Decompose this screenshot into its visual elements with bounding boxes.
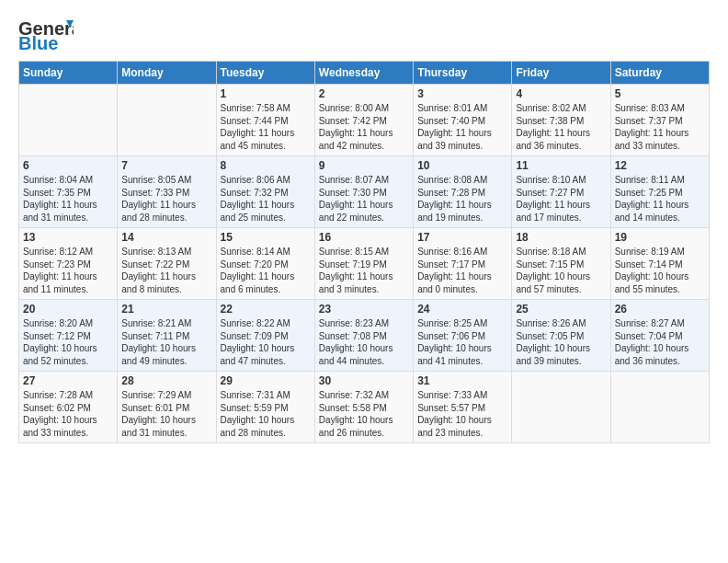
cell-info: Sunrise: 8:22 AMSunset: 7:09 PMDaylight:… (221, 317, 311, 367)
cell-info: Sunrise: 7:29 AMSunset: 6:01 PMDaylight:… (121, 389, 211, 439)
calendar-cell: 16Sunrise: 8:15 AMSunset: 7:19 PMDayligh… (314, 228, 413, 300)
logo-icon: General Blue (18, 15, 74, 50)
calendar-cell: 22Sunrise: 8:22 AMSunset: 7:09 PMDayligh… (216, 300, 314, 372)
calendar-cell: 11Sunrise: 8:10 AMSunset: 7:27 PMDayligh… (512, 156, 610, 228)
cell-info: Sunrise: 8:13 AMSunset: 7:22 PMDaylight:… (121, 246, 211, 295)
calendar-cell (118, 85, 216, 156)
cell-info: Sunrise: 8:15 AMSunset: 7:19 PMDaylight:… (319, 246, 409, 295)
cell-info: Sunrise: 8:20 AMSunset: 7:12 PMDaylight:… (23, 317, 113, 367)
day-number: 14 (121, 231, 211, 244)
calendar-cell (512, 372, 610, 443)
calendar-cell: 23Sunrise: 8:23 AMSunset: 7:08 PMDayligh… (314, 300, 413, 372)
cell-info: Sunrise: 8:03 AMSunset: 7:37 PMDaylight:… (615, 102, 705, 152)
day-number: 10 (417, 159, 507, 172)
cell-info: Sunrise: 8:23 AMSunset: 7:08 PMDaylight:… (319, 317, 409, 367)
calendar-cell: 13Sunrise: 8:12 AMSunset: 7:23 PMDayligh… (19, 228, 118, 300)
day-number: 11 (516, 159, 606, 172)
day-number: 27 (23, 374, 113, 387)
weekday-header-sunday: Sunday (19, 62, 118, 85)
day-number: 22 (221, 303, 311, 316)
calendar-cell: 21Sunrise: 8:21 AMSunset: 7:11 PMDayligh… (118, 300, 216, 372)
week-row-4: 20Sunrise: 8:20 AMSunset: 7:12 PMDayligh… (19, 300, 710, 372)
cell-info: Sunrise: 8:25 AMSunset: 7:06 PMDaylight:… (417, 317, 507, 367)
calendar-cell: 8Sunrise: 8:06 AMSunset: 7:32 PMDaylight… (216, 156, 314, 228)
calendar-cell: 26Sunrise: 8:27 AMSunset: 7:04 PMDayligh… (610, 300, 709, 372)
week-row-3: 13Sunrise: 8:12 AMSunset: 7:23 PMDayligh… (19, 228, 710, 300)
weekday-header-monday: Monday (118, 62, 216, 85)
cell-info: Sunrise: 8:11 AMSunset: 7:25 PMDaylight:… (615, 174, 705, 224)
calendar-cell: 2Sunrise: 8:00 AMSunset: 7:42 PMDaylight… (314, 85, 413, 156)
cell-info: Sunrise: 8:06 AMSunset: 7:32 PMDaylight:… (221, 174, 311, 224)
calendar-cell (19, 85, 118, 156)
day-number: 5 (615, 87, 705, 100)
day-number: 19 (615, 231, 705, 244)
day-number: 26 (615, 303, 705, 316)
calendar-cell: 30Sunrise: 7:32 AMSunset: 5:58 PMDayligh… (314, 372, 413, 443)
calendar-cell: 18Sunrise: 8:18 AMSunset: 7:15 PMDayligh… (512, 228, 610, 300)
cell-info: Sunrise: 7:58 AMSunset: 7:44 PMDaylight:… (221, 102, 311, 152)
cell-info: Sunrise: 8:12 AMSunset: 7:23 PMDaylight:… (23, 246, 113, 295)
week-row-1: 1Sunrise: 7:58 AMSunset: 7:44 PMDaylight… (19, 85, 710, 156)
day-number: 9 (319, 159, 409, 172)
cell-info: Sunrise: 8:04 AMSunset: 7:35 PMDaylight:… (23, 174, 113, 224)
calendar-cell: 20Sunrise: 8:20 AMSunset: 7:12 PMDayligh… (19, 300, 118, 372)
cell-info: Sunrise: 7:31 AMSunset: 5:59 PMDaylight:… (221, 389, 311, 439)
day-number: 6 (23, 159, 113, 172)
weekday-header-thursday: Thursday (414, 62, 512, 85)
week-row-2: 6Sunrise: 8:04 AMSunset: 7:35 PMDaylight… (19, 156, 710, 228)
calendar-cell: 1Sunrise: 7:58 AMSunset: 7:44 PMDaylight… (216, 85, 314, 156)
calendar-cell: 27Sunrise: 7:28 AMSunset: 6:02 PMDayligh… (19, 372, 118, 443)
week-row-5: 27Sunrise: 7:28 AMSunset: 6:02 PMDayligh… (19, 372, 710, 443)
calendar-cell: 17Sunrise: 8:16 AMSunset: 7:17 PMDayligh… (414, 228, 512, 300)
calendar-cell: 12Sunrise: 8:11 AMSunset: 7:25 PMDayligh… (610, 156, 709, 228)
weekday-header-wednesday: Wednesday (314, 62, 413, 85)
cell-info: Sunrise: 7:33 AMSunset: 5:57 PMDaylight:… (417, 389, 507, 439)
header: General Blue (18, 15, 710, 50)
weekday-header-tuesday: Tuesday (216, 62, 314, 85)
day-number: 24 (417, 303, 507, 316)
calendar-cell: 3Sunrise: 8:01 AMSunset: 7:40 PMDaylight… (414, 85, 512, 156)
cell-info: Sunrise: 8:05 AMSunset: 7:33 PMDaylight:… (121, 174, 211, 224)
calendar-cell: 10Sunrise: 8:08 AMSunset: 7:28 PMDayligh… (414, 156, 512, 228)
day-number: 29 (221, 374, 311, 387)
day-number: 30 (319, 374, 409, 387)
day-number: 23 (319, 303, 409, 316)
day-number: 13 (23, 231, 113, 244)
calendar-cell: 15Sunrise: 8:14 AMSunset: 7:20 PMDayligh… (216, 228, 314, 300)
calendar-cell: 5Sunrise: 8:03 AMSunset: 7:37 PMDaylight… (610, 85, 709, 156)
cell-info: Sunrise: 7:28 AMSunset: 6:02 PMDaylight:… (23, 389, 113, 439)
calendar-cell: 7Sunrise: 8:05 AMSunset: 7:33 PMDaylight… (118, 156, 216, 228)
calendar-cell: 6Sunrise: 8:04 AMSunset: 7:35 PMDaylight… (19, 156, 118, 228)
calendar-cell: 29Sunrise: 7:31 AMSunset: 5:59 PMDayligh… (216, 372, 314, 443)
calendar-cell: 28Sunrise: 7:29 AMSunset: 6:01 PMDayligh… (118, 372, 216, 443)
cell-info: Sunrise: 8:26 AMSunset: 7:05 PMDaylight:… (516, 317, 606, 367)
cell-info: Sunrise: 7:32 AMSunset: 5:58 PMDaylight:… (319, 389, 409, 439)
cell-info: Sunrise: 8:10 AMSunset: 7:27 PMDaylight:… (516, 174, 606, 224)
day-number: 16 (319, 231, 409, 244)
day-number: 8 (221, 159, 311, 172)
svg-text:Blue: Blue (18, 33, 58, 50)
day-number: 4 (516, 87, 606, 100)
weekday-header-row: SundayMondayTuesdayWednesdayThursdayFrid… (19, 62, 710, 85)
calendar-cell: 25Sunrise: 8:26 AMSunset: 7:05 PMDayligh… (512, 300, 610, 372)
cell-info: Sunrise: 8:18 AMSunset: 7:15 PMDaylight:… (516, 246, 606, 295)
cell-info: Sunrise: 8:08 AMSunset: 7:28 PMDaylight:… (417, 174, 507, 224)
cell-info: Sunrise: 8:14 AMSunset: 7:20 PMDaylight:… (221, 246, 311, 295)
calendar-cell: 31Sunrise: 7:33 AMSunset: 5:57 PMDayligh… (414, 372, 512, 443)
day-number: 3 (417, 87, 507, 100)
day-number: 12 (615, 159, 705, 172)
cell-info: Sunrise: 8:21 AMSunset: 7:11 PMDaylight:… (121, 317, 211, 367)
day-number: 28 (121, 374, 211, 387)
day-number: 31 (417, 374, 507, 387)
calendar-cell: 9Sunrise: 8:07 AMSunset: 7:30 PMDaylight… (314, 156, 413, 228)
calendar-cell (610, 372, 709, 443)
logo: General Blue (18, 15, 74, 50)
calendar-table: SundayMondayTuesdayWednesdayThursdayFrid… (18, 61, 710, 443)
day-number: 20 (23, 303, 113, 316)
cell-info: Sunrise: 8:16 AMSunset: 7:17 PMDaylight:… (417, 246, 507, 295)
calendar-cell: 19Sunrise: 8:19 AMSunset: 7:14 PMDayligh… (610, 228, 709, 300)
day-number: 7 (121, 159, 211, 172)
calendar-cell: 4Sunrise: 8:02 AMSunset: 7:38 PMDaylight… (512, 85, 610, 156)
cell-info: Sunrise: 8:01 AMSunset: 7:40 PMDaylight:… (417, 102, 507, 152)
calendar-cell: 14Sunrise: 8:13 AMSunset: 7:22 PMDayligh… (118, 228, 216, 300)
